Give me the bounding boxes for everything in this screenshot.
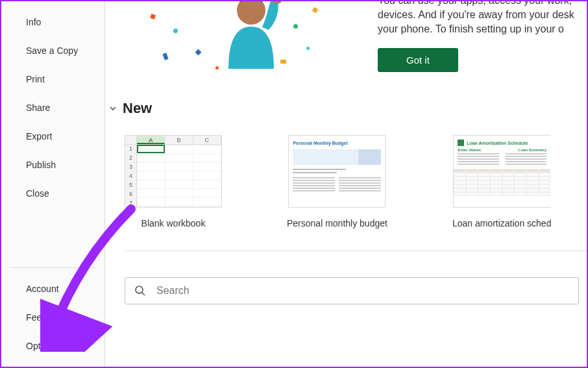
bank-icon (458, 140, 464, 146)
confetti-icon (215, 66, 219, 69)
confetti-icon (162, 53, 168, 60)
search-box[interactable] (125, 277, 579, 304)
confetti-icon (306, 47, 310, 50)
backstage-sidebar: Info Save a Copy Print Share Export Publ… (1, 1, 105, 367)
search-icon (134, 285, 146, 297)
template-label: Loan amortization sched (452, 218, 552, 228)
welcome-illustration (144, 1, 352, 73)
new-section-header[interactable]: New (108, 100, 587, 117)
template-personal-monthly-budget[interactable]: Personal Monthly Budget Personal monthly… (287, 135, 387, 228)
svg-point-0 (237, 1, 265, 25)
template-blank-workbook[interactable]: A B C 1 2 3 4 5 6 7 (125, 135, 222, 228)
sidebar-item-share[interactable]: Share (1, 93, 104, 122)
banner-text-wrap: You can use your apps, access your work,… (378, 1, 587, 72)
confetti-icon (312, 7, 319, 14)
template-gallery: A B C 1 2 3 4 5 6 7 (125, 135, 587, 228)
sidebar-item-save-a-copy[interactable]: Save a Copy (1, 36, 104, 65)
template-thumb-loan: Loan Amortization Schedule Enter Values … (453, 135, 550, 208)
svg-line-3 (142, 293, 145, 295)
sidebar-divider (10, 267, 95, 268)
search-input[interactable] (156, 285, 569, 297)
template-loan-amortization[interactable]: Loan Amortization Schedule Enter Values … (452, 135, 552, 228)
sidebar-item-close[interactable]: Close (1, 179, 104, 208)
template-label: Personal monthly budget (287, 218, 387, 228)
welcome-banner: You can use your apps, access your work,… (144, 1, 587, 73)
new-section-title: New (123, 100, 152, 117)
confetti-icon (195, 49, 202, 56)
sidebar-item-publish[interactable]: Publish (1, 151, 104, 179)
template-label: Blank workbook (141, 218, 206, 228)
svg-point-2 (136, 286, 143, 293)
chevron-down-icon (108, 104, 117, 113)
confetti-icon (293, 24, 298, 29)
confetti-icon (280, 60, 286, 64)
sidebar-item-account[interactable]: Account (1, 275, 104, 303)
sidebar-bottom-group: Account Feedback Options (1, 261, 104, 360)
main-content: You can use your apps, access your work,… (105, 1, 587, 367)
template-thumb-budget: Personal Monthly Budget (288, 135, 386, 208)
got-it-button[interactable]: Got it (378, 48, 458, 72)
confetti-icon (150, 14, 156, 19)
sidebar-item-options[interactable]: Options (1, 332, 104, 360)
template-thumb-blank: A B C 1 2 3 4 5 6 7 (125, 135, 222, 208)
person-icon (215, 1, 287, 69)
sidebar-item-print[interactable]: Print (1, 65, 104, 93)
sidebar-item-export[interactable]: Export (1, 122, 104, 151)
sidebar-item-feedback[interactable]: Feedback (1, 303, 104, 332)
section-divider (125, 251, 587, 251)
sidebar-top-group: Info Save a Copy Print Share Export Publ… (1, 8, 104, 208)
sidebar-item-info[interactable]: Info (1, 8, 104, 36)
confetti-icon (173, 29, 178, 33)
banner-text: You can use your apps, access your work,… (378, 1, 587, 36)
